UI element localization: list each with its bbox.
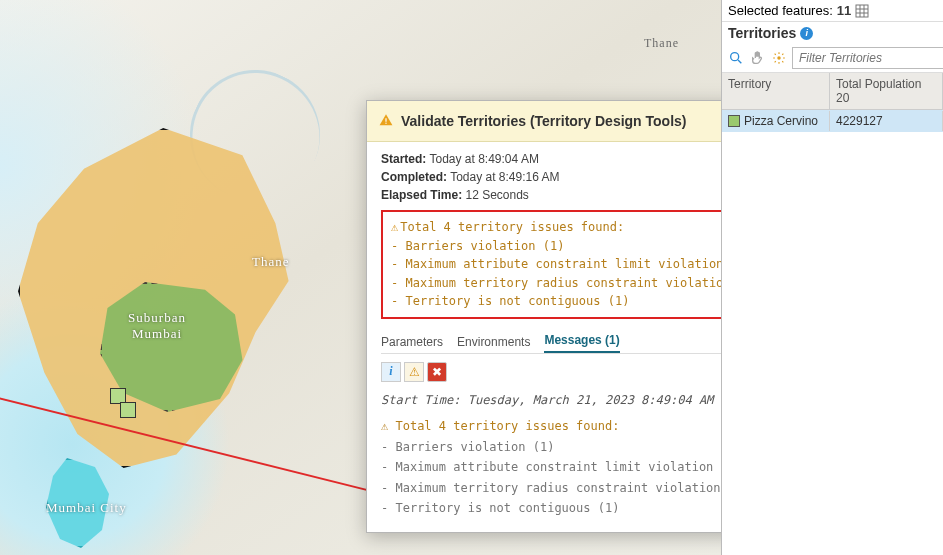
messages-item: - Maximum attribute constraint limit vio…	[381, 457, 721, 477]
validate-territories-dialog: Validate Territories (Territory Design T…	[366, 100, 721, 533]
messages-item: - Territory is not contiguous (1)	[381, 498, 721, 518]
dialog-started-line: Started: Today at 8:49:04 AM	[381, 152, 721, 166]
map-label-thane: Thane	[644, 36, 679, 51]
issue-item: Maximum territory radius constraint viol…	[391, 274, 721, 293]
warning-icon: ⚠	[381, 419, 388, 433]
filter-error-icon[interactable]: ✖	[427, 362, 447, 382]
zoom-to-icon[interactable]	[728, 49, 744, 67]
dialog-tabs: Parameters Environments Messages (1)	[381, 329, 721, 354]
filter-territories-input[interactable]	[792, 47, 943, 69]
territories-header-label: Territories	[728, 25, 796, 41]
tab-parameters[interactable]: Parameters	[381, 331, 443, 353]
filter-warning-icon[interactable]: ⚠	[404, 362, 424, 382]
messages-item: - Barriers violation (1)	[381, 437, 721, 457]
issues-summary-line: ⚠Total 4 territory issues found:	[391, 218, 721, 237]
territory-small-block-2[interactable]	[120, 402, 136, 418]
selected-features-label: Selected features:	[728, 3, 833, 18]
issues-highlight-box: ⚠Total 4 territory issues found: Barrier…	[381, 210, 721, 319]
selected-features-row: Selected features: 11	[722, 0, 943, 22]
filter-info-icon[interactable]: i	[381, 362, 401, 382]
svg-point-6	[777, 56, 781, 60]
flash-icon[interactable]	[772, 49, 786, 67]
dialog-title-text: Validate Territories (Territory Design T…	[401, 113, 721, 129]
territory-color-swatch	[728, 115, 740, 127]
territories-header: Territories i	[722, 22, 943, 44]
dialog-completed-line: Completed: Today at 8:49:16 AM	[381, 170, 721, 184]
tab-messages[interactable]: Messages (1)	[544, 329, 619, 353]
map-label-mumbai-city: Mumbai City	[46, 500, 127, 516]
territory-row-population: 4229127	[830, 111, 943, 131]
map-label-suburban: Suburban Mumbai	[112, 310, 202, 341]
territory-row[interactable]: Pizza Cervino 4229127	[722, 110, 943, 132]
grid-header-territory[interactable]: Territory	[722, 73, 830, 109]
map-label-thane-overlay: Thane	[252, 254, 289, 270]
issue-item: Maximum attribute constraint limit viola…	[391, 255, 721, 274]
territory-row-name: Pizza Cervino	[744, 114, 818, 128]
app-root: Thane Thane Suburban Mumbai Mumbai City …	[0, 0, 943, 555]
messages-start-time: Start Time: Tuesday, March 21, 2023 8:49…	[381, 390, 721, 410]
svg-rect-1	[385, 122, 386, 123]
info-icon[interactable]: i	[800, 27, 813, 40]
dialog-elapsed-line: Elapsed Time: 12 Seconds	[381, 188, 721, 202]
svg-rect-4	[856, 5, 868, 17]
grid-header-population[interactable]: Total Population 20	[830, 73, 943, 109]
map-canvas[interactable]: Thane Thane Suburban Mumbai Mumbai City …	[0, 0, 721, 555]
messages-item: - Maximum territory radius constraint vi…	[381, 478, 721, 498]
issue-item: Barriers violation (1)	[391, 237, 721, 256]
dialog-titlebar[interactable]: Validate Territories (Territory Design T…	[367, 101, 721, 142]
territories-toolbar	[722, 44, 943, 73]
messages-summary: ⚠ Total 4 territory issues found:	[381, 416, 721, 436]
issues-summary-text: Total 4 territory issues found:	[400, 220, 624, 234]
dialog-body: Started: Today at 8:49:04 AM Completed: …	[367, 142, 721, 532]
territories-grid-header: Territory Total Population 20	[722, 73, 943, 110]
svg-point-5	[731, 53, 739, 61]
pan-icon[interactable]	[750, 49, 766, 67]
svg-rect-0	[385, 118, 386, 122]
tab-environments[interactable]: Environments	[457, 331, 530, 353]
issue-item: Territory is not contiguous (1)	[391, 292, 721, 311]
selected-features-count: 11	[837, 3, 851, 18]
messages-body: Start Time: Tuesday, March 21, 2023 8:49…	[381, 390, 721, 518]
side-panel: Selected features: 11 Territories i Terr…	[721, 0, 943, 555]
warning-icon	[379, 113, 393, 130]
warning-icon: ⚠	[391, 220, 398, 234]
table-icon[interactable]	[855, 4, 869, 18]
message-filter-icons: i ⚠ ✖	[381, 362, 721, 382]
